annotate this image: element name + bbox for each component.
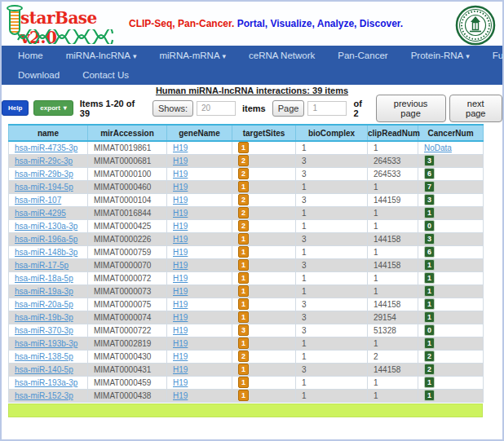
cancer-num-badge[interactable]: 6 (424, 246, 435, 258)
cancer-num-badge[interactable]: 1 (424, 207, 435, 218)
mirna-name-link[interactable]: hsa-miR-107 (15, 196, 61, 205)
cancer-num-badge[interactable]: 0 (424, 324, 435, 336)
mirna-name-link[interactable]: hsa-miR-370-3p (15, 326, 73, 335)
column-header-cancernum[interactable]: CancerNum (418, 125, 484, 141)
target-sites-badge[interactable]: 1 (238, 298, 249, 310)
cancer-num-badge[interactable]: 3 (424, 155, 435, 166)
next-page-button[interactable]: next page (449, 95, 502, 122)
nav-item-download[interactable]: Download (7, 70, 71, 80)
target-sites-badge[interactable]: 2 (238, 155, 249, 166)
cancer-num-badge[interactable]: 3 (424, 233, 435, 245)
mirna-name-link[interactable]: hsa-miR-18a-5p (15, 274, 73, 283)
target-sites-badge[interactable]: 1 (238, 259, 249, 271)
gene-name-link[interactable]: H19 (173, 352, 188, 361)
gene-name-link[interactable]: H19 (173, 391, 188, 400)
gene-name-link[interactable]: H19 (173, 196, 188, 205)
gene-name-link[interactable]: H19 (173, 170, 188, 179)
cancer-num-badge[interactable]: 1 (424, 285, 435, 297)
mirna-name-link[interactable]: hsa-miR-130a-3p (15, 222, 77, 231)
gene-name-link[interactable]: H19 (173, 300, 188, 309)
mirna-name-link[interactable]: hsa-miR-17-5p (15, 261, 69, 270)
target-sites-badge[interactable]: 1 (238, 364, 249, 375)
column-header-biocomplex[interactable]: bioComplex (296, 125, 368, 141)
cancer-num-badge[interactable]: 1 (424, 311, 435, 323)
mirna-name-link[interactable]: hsa-miR-4735-3p (15, 143, 77, 152)
gene-name-link[interactable]: H19 (173, 365, 188, 374)
gene-name-link[interactable]: H19 (173, 261, 188, 270)
target-sites-badge[interactable]: 2 (238, 207, 249, 218)
target-sites-badge[interactable]: 1 (238, 285, 249, 297)
target-sites-badge[interactable]: 2 (238, 351, 249, 362)
nav-item-protein-rna[interactable]: Protein-RNA▾ (400, 51, 481, 60)
column-header-genename[interactable]: geneName (167, 125, 232, 141)
gene-name-link[interactable]: H19 (173, 274, 188, 283)
mirna-name-link[interactable]: hsa-miR-19b-3p (15, 313, 73, 322)
mirna-name-link[interactable]: hsa-miR-196a-5p (15, 235, 77, 244)
page-size-input[interactable] (197, 101, 236, 116)
mirna-name-link[interactable]: hsa-miR-4295 (15, 209, 66, 218)
mirna-name-link[interactable]: hsa-miR-29b-3p (15, 170, 73, 179)
cancer-num-badge[interactable]: 3 (424, 194, 435, 205)
column-header-name[interactable]: name (9, 125, 88, 141)
cancer-num-badge[interactable]: 1 (424, 390, 435, 401)
nav-item-mirna-lncrna[interactable]: miRNA-lncRNA▾ (55, 51, 148, 60)
nav-item-contact-us[interactable]: Contact Us (71, 70, 140, 80)
column-header-clipreadnum[interactable]: clipReadNum (368, 125, 418, 141)
gene-name-link[interactable]: H19 (173, 287, 188, 296)
cancer-num-badge[interactable]: 2 (424, 351, 435, 362)
cancer-num-badge[interactable]: 1 (424, 259, 435, 271)
cancer-num-badge[interactable]: 7 (424, 181, 435, 192)
column-header-targetsites[interactable]: targetSites (232, 125, 296, 141)
shows-button[interactable]: Shows: (153, 100, 193, 117)
mirna-name-link[interactable]: hsa-miR-193b-3p (15, 339, 77, 348)
gene-name-link[interactable]: H19 (173, 313, 188, 322)
previous-page-button[interactable]: previous page (376, 95, 446, 122)
page-number-input[interactable] (307, 101, 347, 116)
gene-name-link[interactable]: H19 (173, 222, 188, 231)
page-button[interactable]: Page (272, 100, 305, 117)
gene-name-link[interactable]: H19 (173, 183, 188, 192)
export-button[interactable]: export▾ (33, 100, 73, 116)
target-sites-badge[interactable]: 1 (238, 246, 249, 258)
mirna-name-link[interactable]: hsa-miR-148b-3p (15, 248, 77, 257)
nav-item-function-prediction[interactable]: Function Prediction▾ (481, 51, 504, 60)
gene-name-link[interactable]: H19 (173, 143, 188, 152)
cancer-num-badge[interactable]: 1 (424, 337, 435, 349)
cancer-num-badge[interactable]: 6 (424, 168, 435, 179)
gene-name-link[interactable]: H19 (173, 157, 188, 165)
target-sites-badge[interactable]: 3 (238, 324, 249, 336)
gene-name-link[interactable]: H19 (173, 378, 188, 387)
cancer-num-badge[interactable]: 1 (424, 272, 435, 284)
target-sites-badge[interactable]: 1 (238, 142, 249, 153)
nav-item-cerna-network[interactable]: ceRNA Network (237, 51, 326, 60)
gene-name-link[interactable]: H19 (173, 326, 188, 335)
cancer-num-badge[interactable]: 0 (424, 220, 435, 232)
cancer-num-badge[interactable]: 1 (424, 298, 435, 310)
target-sites-badge[interactable]: 1 (238, 272, 249, 284)
nav-item-pan-cancer[interactable]: Pan-Cancer (326, 51, 399, 60)
column-header-miraccession[interactable]: mirAccession (88, 125, 167, 141)
target-sites-badge[interactable]: 1 (238, 233, 249, 245)
target-sites-badge[interactable]: 1 (238, 337, 249, 349)
mirna-name-link[interactable]: hsa-miR-194-5p (15, 183, 73, 192)
target-sites-badge[interactable]: 1 (238, 377, 249, 388)
gene-name-link[interactable]: H19 (173, 209, 188, 218)
gene-name-link[interactable]: H19 (173, 248, 188, 257)
nav-item-home[interactable]: Home (7, 51, 55, 60)
target-sites-badge[interactable]: 2 (238, 194, 249, 205)
cancer-num-link[interactable]: NoData (424, 143, 452, 152)
help-button[interactable]: Help (2, 100, 29, 116)
mirna-name-link[interactable]: hsa-miR-138-5p (15, 352, 73, 361)
nav-item-mirna-mrna[interactable]: miRNA-mRNA▾ (148, 51, 237, 60)
mirna-name-link[interactable]: hsa-miR-29c-3p (15, 157, 73, 165)
target-sites-badge[interactable]: 2 (238, 168, 249, 179)
target-sites-badge[interactable]: 1 (238, 181, 249, 192)
cancer-num-badge[interactable]: 2 (424, 364, 435, 375)
target-sites-badge[interactable]: 2 (238, 220, 249, 232)
mirna-name-link[interactable]: hsa-miR-19a-3p (15, 287, 73, 296)
target-sites-badge[interactable]: 1 (238, 311, 249, 323)
mirna-name-link[interactable]: hsa-miR-152-3p (15, 391, 73, 400)
target-sites-badge[interactable]: 1 (238, 390, 249, 401)
mirna-name-link[interactable]: hsa-miR-140-5p (15, 365, 73, 374)
cancer-num-badge[interactable]: 1 (424, 377, 435, 388)
